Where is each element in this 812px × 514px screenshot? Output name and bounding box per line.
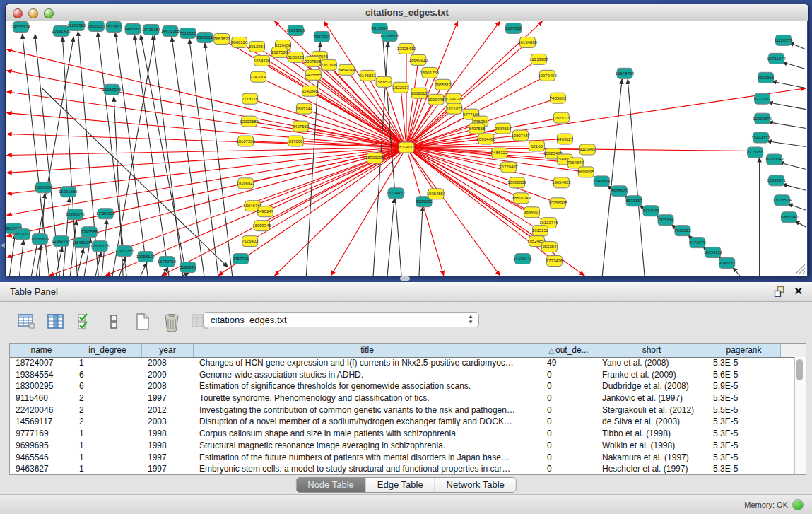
graph-node[interactable]: 9227343 [754,93,771,104]
graph-node[interactable]: 1654338 [254,55,271,66]
column-checks-icon[interactable] [75,311,95,332]
graph-node[interactable]: 7955812 [435,79,452,90]
graph-node[interactable]: 10807487 [511,130,530,141]
graph-node[interactable]: 9115460 [579,144,596,155]
graph-node[interactable]: 12505125 [90,241,110,252]
table-row[interactable]: 1456911722003Disruption of a novel membe… [10,416,795,428]
graph-node[interactable]: 9397588 [81,227,98,238]
network-view-canvas[interactable]: 2405572420691406112809261065525715276028… [6,21,807,276]
graph-node[interactable]: 19166827 [236,178,255,189]
graph-node[interactable]: 17359928 [96,209,115,219]
graph-node[interactable]: 13218506 [380,30,399,41]
graph-node[interactable]: 5498247 [257,206,274,217]
graph-node[interactable]: 16648784 [616,68,635,78]
table-row[interactable]: 911546021997Tourette syndrome. Phenomeno… [10,392,795,404]
graph-node[interactable]: 9884067 [524,207,541,218]
table-settings-icon[interactable] [17,311,37,332]
graph-node[interactable]: 1588520 [375,76,392,87]
row-select-icon[interactable] [104,311,124,332]
graph-node[interactable]: 16099346 [252,221,271,231]
graph-node[interactable]: 1822017 [392,82,409,93]
graph-node[interactable]: 18807249 [512,193,531,204]
graph-node[interactable]: 2687682 [505,23,522,33]
graph-node[interactable]: 15134457 [387,188,406,199]
graph-node[interactable]: 15720407 [499,162,518,173]
graph-hub-node[interactable]: 18724007 [397,142,416,153]
graph-node[interactable]: 15291686 [59,187,78,197]
graph-node[interactable]: 1733426 [546,256,563,267]
table-row[interactable]: 946362711997Embryonic stem cells: a mode… [10,463,795,474]
graph-node[interactable]: 10655257 [87,21,106,31]
graph-node[interactable]: 2342004 [250,71,267,82]
column-select-icon[interactable] [46,311,66,332]
table-row[interactable]: 946554611997Estimation of the future num… [10,452,795,464]
graph-node[interactable]: 15692971 [767,175,786,186]
graph-node[interactable]: 9486322 [491,148,508,158]
graph-node[interactable]: 25206550 [34,182,53,193]
graph-node[interactable]: 3853001 [14,229,31,240]
graph-node[interactable]: 2935114 [658,215,674,226]
graph-node[interactable]: 16961758 [420,67,440,78]
graph-node[interactable]: 6497568 [469,123,486,134]
graph-node[interactable]: 15751074 [767,53,786,64]
graph-node[interactable]: 8215955 [747,147,764,158]
column-header-out_de[interactable]: △out_de... [541,344,596,357]
table-row[interactable]: 2242004622012Investigating the contribut… [10,404,795,416]
graph-node[interactable]: 1990448 [428,94,445,105]
graph-node[interactable]: 3457791 [233,254,249,264]
graph-node[interactable]: 11280926 [67,21,86,30]
graph-node[interactable]: 16033809 [286,25,305,35]
graph-node[interactable]: 18640910 [409,54,428,65]
resize-grip-icon[interactable] [794,263,806,274]
graph-node[interactable]: 9245652 [719,258,736,269]
graph-node[interactable]: 7632621 [674,226,691,236]
new-document-icon[interactable] [133,311,153,332]
table-row[interactable]: 1830029562008Estimation of significance … [10,380,795,392]
graph-node[interactable]: 14136141 [513,254,532,264]
graph-node[interactable]: 252254 [541,242,557,252]
graph-node[interactable]: 1145194 [74,238,90,248]
float-panel-icon[interactable] [774,286,785,297]
table-row[interactable]: 969969511998Structural magnetic resonanc… [10,440,795,452]
graph-node[interactable]: 8427552 [293,121,310,132]
graph-node[interactable]: 12975115 [552,112,571,123]
graph-node[interactable]: 8938923 [611,186,628,197]
column-header-name[interactable]: name [10,344,73,357]
graph-node[interactable]: 3824554 [495,123,512,134]
column-header-year[interactable]: year [142,344,194,357]
graph-node[interactable]: 12213987 [529,54,548,64]
table-row[interactable]: 1872400712008Changes of HCN gene express… [10,357,795,369]
table-source-dropdown[interactable]: citations_edges.txt ▲▼ [203,312,479,327]
graph-node[interactable]: 19654923 [552,177,571,188]
graph-node[interactable]: 10719154 [142,24,161,35]
tab-node-table[interactable]: Node Table [296,478,366,492]
graph-node[interactable]: 2803144 [296,103,313,114]
graph-node[interactable]: 62160 [529,141,545,151]
scrollbar-thumb[interactable] [796,359,803,380]
graph-node[interactable]: 8454749 [339,64,355,75]
graph-node[interactable]: 6794028 [445,93,462,104]
graph-node[interactable]: 8471676 [689,238,706,248]
graph-node[interactable]: 18107554 [236,136,255,146]
graph-node[interactable]: 9860128 [231,37,248,47]
graph-node[interactable]: 7857224 [314,31,331,42]
vertical-scrollbar[interactable] [794,357,806,474]
graph-node[interactable]: 14671368 [161,25,180,36]
graph-node[interactable]: 11875340 [779,212,799,223]
graph-node[interactable]: 12213589 [240,116,259,127]
column-header-title[interactable]: title [194,344,541,357]
network-window-titlebar[interactable]: citations_edges.txt [6,4,808,21]
graph-node[interactable]: 8186328 [288,52,305,62]
graph-node[interactable]: 16782759 [158,257,177,267]
graph-node[interactable]: 1527602 [106,21,123,32]
graph-node[interactable]: 21053346 [102,84,122,95]
table-row[interactable]: 977716911998Corpus callosum shape and si… [10,428,795,440]
graph-node[interactable]: 13325419 [397,43,416,54]
graph-node[interactable]: 16210643 [765,154,784,165]
graph-node[interactable]: 16154808 [518,37,537,47]
graph-node[interactable]: 24055724 [11,21,30,32]
graph-node[interactable]: 9146821 [360,70,377,81]
table-row[interactable]: 1938455462009Genome-wide association stu… [10,369,795,381]
graph-node[interactable]: 10654112 [704,247,723,258]
graph-node[interactable]: 3242848 [302,86,319,96]
